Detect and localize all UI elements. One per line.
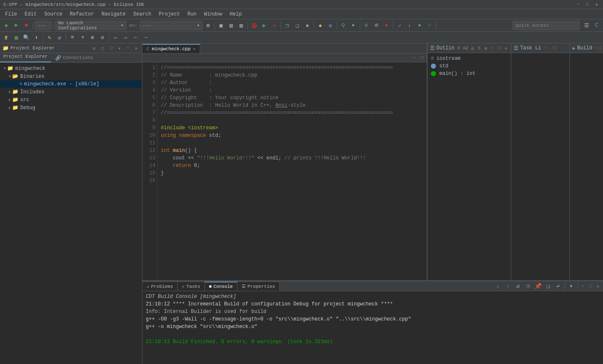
tree-item-src[interactable]: ▸ 📁 src (0, 96, 142, 104)
bottom-close-btn[interactable]: ✕ (595, 283, 601, 290)
code-content[interactable]: //======================================… (157, 62, 427, 280)
close-button[interactable]: ✕ (594, 2, 600, 8)
build-maximize-btn[interactable]: □ (598, 45, 601, 51)
editor-tab-mingwcheck[interactable]: C mingwcheck.cpp ✕ (142, 44, 200, 53)
outline-item-main[interactable]: main() : int (428, 70, 511, 77)
outline-settings-btn[interactable]: ⚙ (483, 45, 488, 51)
history-dropdown[interactable]: --- (35, 21, 52, 30)
tree-item-includes[interactable]: ▸ 📁 Includes (0, 88, 142, 96)
outline-close-btn[interactable]: ✕ (503, 45, 508, 51)
menu-window[interactable]: Window (201, 10, 225, 18)
tasks-maximize-btn[interactable]: □ (551, 45, 558, 51)
outline-item-iostream[interactable]: # iostream (428, 55, 511, 62)
toolbar-btn-2[interactable]: ▤ (227, 21, 236, 30)
toolbar-btn-7[interactable]: ◆ (316, 21, 325, 30)
outline-item-std[interactable]: std (428, 62, 511, 70)
tb2-btn-11[interactable]: ⇦ (111, 33, 120, 42)
sidebar-minimize-btn[interactable]: − (124, 45, 131, 51)
menu-refactor[interactable]: Refactor (67, 10, 98, 18)
problems-tab[interactable]: ⚠ Problems (142, 282, 178, 291)
console-tab[interactable]: ■ Console (205, 282, 237, 291)
tasks-tab[interactable]: ✓ Tasks (178, 282, 205, 291)
toolbar-btn-16[interactable]: ○ (425, 21, 434, 30)
toolbar-btn-4[interactable]: ❐ (283, 21, 292, 30)
outline-btn4[interactable]: S (477, 45, 482, 51)
outline-maximize-btn[interactable]: □ (497, 45, 502, 51)
toolbar-btn-12[interactable]: ✖ (382, 21, 391, 30)
toolbar-btn-5[interactable]: ❑ (293, 21, 302, 30)
toolbar-btn-9[interactable]: ➤ (349, 21, 358, 30)
bottom-minimize-btn[interactable]: − (580, 283, 586, 290)
tree-item-exe[interactable]: ≡ mingwcheck.exe - [x86/le] (0, 80, 142, 88)
editor-maximize-btn[interactable]: □ (418, 54, 425, 61)
tb2-btn-8[interactable]: ⌖ (78, 33, 87, 42)
tb2-btn-3[interactable]: 🔍 (22, 33, 31, 42)
search-button[interactable]: ⚲ (339, 21, 348, 30)
toolbar-btn-6[interactable]: ❖ (303, 21, 312, 30)
tree-item-mingwcheck[interactable]: ▾ 📁 mingwcheck (0, 64, 142, 72)
run-target-dropdown[interactable]: --- ▾ (140, 21, 203, 30)
sidebar-close-btn[interactable]: ✕ (133, 45, 139, 51)
settings-button[interactable]: ⚙ (204, 21, 213, 30)
menu-search[interactable]: Search (130, 10, 155, 18)
console-refresh-btn[interactable]: ↺ (513, 282, 523, 291)
stop-button[interactable]: ■ (22, 21, 31, 30)
console-word-wrap-btn[interactable]: ↩ (554, 282, 563, 291)
toolbar-btn-8[interactable]: ◇ (326, 21, 335, 30)
maximize-button[interactable]: □ (585, 2, 590, 8)
console-pin-btn[interactable]: 📌 (533, 282, 543, 291)
quick-access-input[interactable]: Quick Access (513, 21, 580, 30)
menu-project[interactable]: Project (155, 10, 183, 18)
new-button[interactable]: ✱ (2, 21, 11, 30)
build-minimize-btn[interactable]: − (594, 45, 597, 51)
tb2-btn-4[interactable]: ⬇ (32, 33, 41, 42)
tb2-btn-2[interactable]: ▦ (12, 33, 21, 42)
menu-file[interactable]: File (2, 10, 21, 18)
perspective-btn[interactable]: ☰ (582, 21, 591, 30)
debug-button[interactable]: 🐞 (250, 21, 259, 30)
toolbar-btn-15[interactable]: ● (415, 21, 424, 30)
menu-edit[interactable]: Edit (21, 10, 40, 18)
toolbar-btn-11[interactable]: ℗ (372, 21, 381, 30)
code-editor[interactable]: 12345 678910 1112131415 16 //===========… (142, 62, 427, 280)
outline-btn1[interactable]: # (456, 45, 461, 51)
sidebar-sync-btn[interactable]: ⇄ (91, 45, 98, 51)
tb2-btn-1[interactable]: ❡ (2, 33, 11, 42)
tb2-btn-6[interactable]: ↺ (55, 33, 64, 42)
sidebar-collapse-btn[interactable]: ▢ (99, 45, 106, 51)
console-dropdown-btn[interactable]: ▾ (567, 282, 576, 291)
tb2-btn-12[interactable]: ⇨ (121, 33, 130, 42)
run-button[interactable]: ► (12, 21, 21, 30)
tb2-btn-7[interactable]: ≡ (68, 33, 77, 42)
launch-config-dropdown[interactable]: No Launch Configurations ▾ (55, 21, 126, 30)
project-explorer-tab[interactable]: Project Explorer (0, 53, 51, 62)
sidebar-menu-btn[interactable]: ▾ (116, 45, 123, 51)
tree-item-debug[interactable]: ▸ 📁 Debug (0, 104, 142, 112)
perspective-cpp-btn[interactable]: C (592, 21, 601, 30)
outline-minimize-btn[interactable]: − (490, 45, 495, 51)
menu-navigate[interactable]: Navigate (98, 10, 129, 18)
run2-button[interactable]: ▶ (260, 21, 269, 30)
tb2-btn-14[interactable]: → (141, 33, 150, 42)
menu-help[interactable]: Help (227, 10, 245, 18)
tree-item-binaries[interactable]: ▾ 📂 Binaries (0, 72, 142, 80)
tasks-minimize-btn[interactable]: − (543, 45, 549, 51)
toolbar-btn-14[interactable]: ↓ (405, 21, 414, 30)
sidebar-maximize-btn[interactable]: □ (108, 45, 114, 51)
tb2-btn-9[interactable]: ⊕ (88, 33, 97, 42)
tb2-btn-5[interactable]: ✎ (45, 33, 54, 42)
console-scroll-down[interactable]: ↓ (493, 282, 502, 291)
outline-btn3[interactable]: ◎ (470, 45, 475, 51)
toolbar-btn-1[interactable]: ▣ (216, 21, 226, 30)
editor-minimize-btn[interactable]: − (411, 54, 417, 61)
properties-tab[interactable]: ☰ Properties (237, 282, 280, 291)
console-clear-btn[interactable]: ❑ (544, 282, 553, 291)
console-scroll-up[interactable]: ↑ (503, 282, 513, 291)
outline-btn2[interactable]: AZ (463, 45, 468, 51)
console-new-btn[interactable]: ❐ (523, 282, 533, 291)
toolbar-btn-13[interactable]: ↗ (395, 21, 404, 30)
stop2-button[interactable]: ✕ (270, 21, 279, 30)
minimize-button[interactable]: − (575, 2, 581, 8)
tb2-btn-10[interactable]: ⊘ (98, 33, 107, 42)
tb2-btn-13[interactable]: ← (131, 33, 140, 42)
